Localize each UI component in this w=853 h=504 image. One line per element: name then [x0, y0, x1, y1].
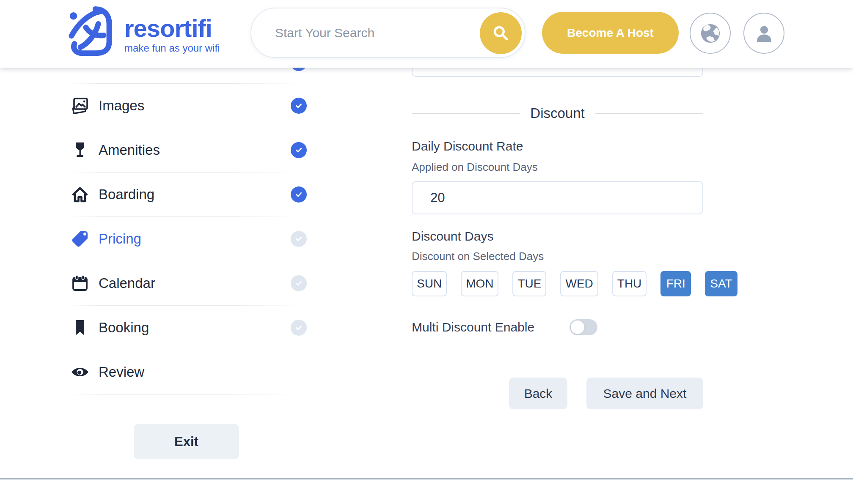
user-icon: [753, 22, 775, 44]
day-chip-fri[interactable]: FRI: [660, 271, 691, 296]
discount-section-header: Discount: [412, 105, 703, 121]
wine-glass-icon: [71, 141, 89, 159]
sidebar-item-amenities[interactable]: Amenities: [71, 128, 308, 172]
house-icon: [71, 185, 89, 204]
sidebar-item-review[interactable]: Review: [71, 350, 308, 394]
sidebar-item-label: Booking: [99, 320, 149, 336]
wizard-steps-sidebar: Images Amenities Boarding Pr: [71, 68, 308, 504]
sidebar-item-label: Calendar: [99, 275, 155, 291]
language-globe-button[interactable]: [690, 13, 731, 54]
sidebar-item-label: Review: [99, 364, 144, 380]
day-chip-sun[interactable]: SUN: [412, 271, 447, 296]
day-chip-tue[interactable]: TUE: [512, 271, 546, 296]
daily-discount-rate-label: Daily Discount Rate: [412, 139, 523, 153]
step-complete-check-icon: [291, 98, 307, 114]
step-pending-check-icon: [291, 231, 307, 247]
calendar-icon: [71, 274, 89, 293]
multi-discount-row: Multi Discount Enable: [412, 316, 703, 338]
discount-days-selector: SUN MON TUE WED THU FRI SAT: [412, 271, 737, 296]
tag-icon: [71, 230, 89, 248]
sidebar-item-boarding[interactable]: Boarding: [71, 173, 308, 216]
sidebar-item-calendar[interactable]: Calendar: [71, 261, 308, 305]
step-pending-check-icon: [291, 275, 307, 291]
sidebar-item-label: Amenities: [99, 142, 160, 158]
app-header: resortifi make fun as your wifi Become A…: [0, 0, 853, 68]
search-button[interactable]: [480, 12, 522, 54]
globe-icon: [699, 22, 721, 44]
divider: [412, 113, 520, 114]
multi-discount-toggle[interactable]: [570, 319, 597, 335]
discount-days-label: Discount Days: [412, 229, 493, 244]
save-and-next-button[interactable]: Save and Next: [586, 378, 703, 409]
search-input[interactable]: [275, 8, 461, 57]
images-icon: [71, 96, 89, 115]
sidebar-item-label: Boarding: [99, 186, 154, 203]
pricing-form: Discount Daily Discount Rate Applied on …: [412, 68, 703, 469]
multi-discount-label: Multi Discount Enable: [412, 320, 534, 334]
daily-discount-rate-hint: Applied on Discount Days: [412, 161, 538, 174]
divider: [595, 113, 703, 114]
exit-button[interactable]: Exit: [134, 424, 239, 459]
brand-logo[interactable]: resortifi make fun as your wifi: [67, 5, 220, 57]
become-a-host-button[interactable]: Become A Host: [542, 12, 679, 54]
day-chip-sat[interactable]: SAT: [705, 271, 737, 296]
bookmark-icon: [71, 318, 89, 337]
brand-name: resortifi: [124, 16, 220, 41]
sidebar-item-pricing[interactable]: Pricing: [71, 217, 308, 261]
back-button[interactable]: Back: [509, 378, 567, 409]
brand-logo-icon: [67, 5, 117, 57]
eye-icon: [71, 363, 89, 381]
section-title: Discount: [530, 105, 584, 121]
day-chip-thu[interactable]: THU: [612, 271, 647, 296]
brand-tagline: make fun as your wifi: [124, 42, 220, 54]
sidebar-item-label: Images: [99, 98, 144, 114]
step-complete-check-icon: [291, 186, 307, 203]
step-pending-check-icon: [291, 320, 307, 336]
footer-divider: [0, 478, 853, 479]
user-account-button[interactable]: [743, 13, 784, 54]
daily-discount-rate-input[interactable]: [412, 181, 703, 214]
step-complete-check-icon: [291, 142, 307, 158]
search-icon: [492, 25, 510, 42]
day-chip-wed[interactable]: WED: [560, 271, 598, 296]
discount-days-hint: Discount on Selected Days: [412, 250, 544, 263]
sidebar-item-images[interactable]: Images: [71, 84, 308, 128]
toggle-knob: [571, 320, 584, 334]
day-chip-mon[interactable]: MON: [461, 271, 498, 296]
divider: [71, 394, 301, 394]
sidebar-item-label: Pricing: [99, 231, 141, 247]
sidebar-item-booking[interactable]: Booking: [71, 306, 308, 350]
search-bar: [250, 8, 526, 58]
